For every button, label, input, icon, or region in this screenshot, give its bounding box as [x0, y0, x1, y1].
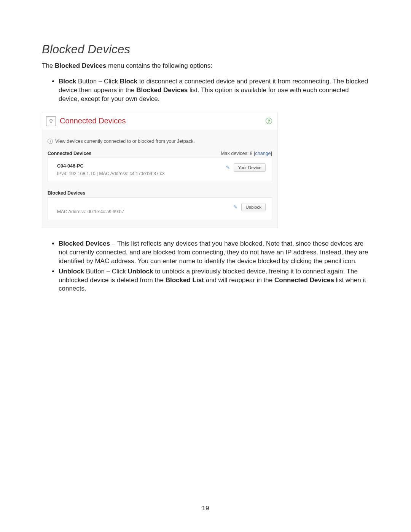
unblock-button[interactable]: Unblock	[241, 203, 266, 211]
panel-header: Connected Devices ?	[42, 112, 277, 130]
text: Button – Click	[76, 78, 119, 85]
intro-bold: Blocked Devices	[55, 62, 106, 69]
text: and will reappear in the	[204, 276, 274, 284]
blocked-device-details: MAC Address: 00:1e:4c:a9:69:b7	[57, 209, 124, 214]
bullet-item: Blocked Devices – This list reflects any…	[59, 240, 369, 266]
bold-text: Block	[59, 78, 76, 85]
intro-post: menu contains the following options:	[106, 62, 212, 69]
connected-header-row: Connected Devices Max devices: 8 [change…	[48, 151, 272, 156]
connected-device-card: C04-046-PC IPv4: 192.168.1.10 | MAC Addr…	[48, 158, 272, 182]
device-name: C04-046-PC	[57, 163, 165, 169]
intro-paragraph: The Blocked Devices menu contains the fo…	[42, 62, 369, 70]
max-value: 8	[250, 151, 253, 156]
help-icon[interactable]: ?	[266, 118, 272, 124]
connected-devices-label: Connected Devices	[48, 151, 91, 156]
bullet-list-top: Block Button – Click Block to disconnect…	[42, 77, 369, 104]
info-line: i View devices currently connected to or…	[48, 139, 272, 144]
pencil-icon[interactable]: ✎	[233, 204, 237, 210]
bullet-list-bottom: Blocked Devices – This list reflects any…	[42, 240, 369, 294]
bold-text: Unblock	[127, 268, 153, 275]
blocked-device-card: MAC Address: 00:1e:4c:a9:69:b7 ✎ Unblock	[48, 197, 272, 220]
bold-text: Blocked Devices	[59, 240, 110, 247]
section-heading: Blocked Devices	[42, 43, 369, 56]
bullet-item: Unblock Button – Click Unblock to unbloc…	[59, 267, 369, 294]
info-text: View devices currently connected to or b…	[55, 139, 195, 144]
max-close-bracket: ]	[271, 151, 272, 156]
info-icon: i	[48, 139, 53, 144]
your-device-badge: Your Device	[234, 163, 266, 172]
bold-text: Blocked Devices	[136, 86, 188, 94]
device-details: IPv4: 192.168.1.10 | MAC Address: c4:17:…	[57, 171, 165, 176]
bullet-item: Block Button – Click Block to disconnect…	[59, 77, 369, 104]
bold-text: Block	[120, 78, 137, 85]
bold-text: Connected Devices	[274, 276, 334, 284]
panel-title: Connected Devices	[60, 117, 266, 125]
intro-pre: The	[42, 62, 55, 69]
text: Button – Click	[84, 268, 127, 275]
blocked-devices-label: Blocked Devices	[48, 190, 85, 196]
change-link[interactable]: change	[255, 151, 271, 156]
max-prefix: Max devices:	[221, 151, 250, 156]
pencil-icon[interactable]: ✎	[226, 165, 230, 170]
wifi-icon	[46, 116, 56, 126]
panel-body: i View devices currently connected to or…	[42, 130, 277, 228]
page-number: 19	[0, 505, 411, 512]
bold-text: Blocked List	[166, 276, 204, 284]
max-devices-text: Max devices: 8 [change]	[221, 151, 272, 156]
blocked-header-row: Blocked Devices	[48, 190, 272, 196]
connected-devices-panel: Connected Devices ? i View devices curre…	[42, 112, 278, 228]
svg-point-0	[51, 122, 51, 123]
bold-text: Unblock	[59, 268, 84, 275]
